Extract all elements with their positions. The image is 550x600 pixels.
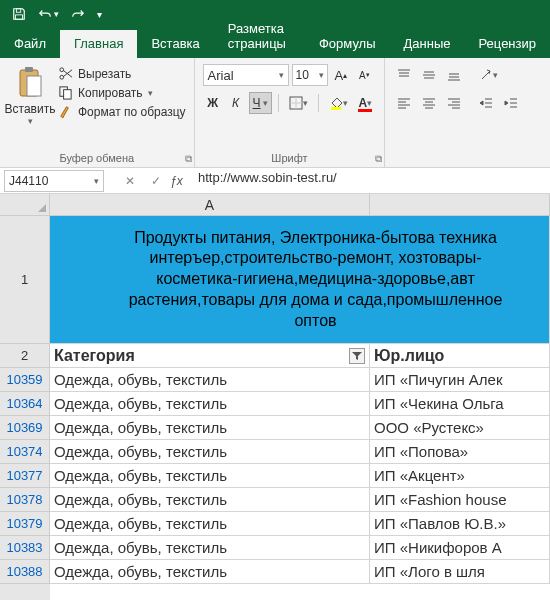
font-name-combo[interactable]: Arial▾ — [203, 64, 289, 86]
row-header[interactable]: 10379 — [0, 512, 50, 536]
group-clipboard-label: Буфер обмена — [8, 150, 186, 167]
fx-label[interactable]: ƒx — [170, 174, 192, 188]
row-header[interactable]: 10383 — [0, 536, 50, 560]
align-bottom-button[interactable] — [443, 64, 465, 86]
cell[interactable]: ИП «Попова» — [370, 440, 550, 464]
align-center-button[interactable] — [418, 92, 440, 114]
save-button[interactable] — [6, 5, 32, 23]
row-header[interactable]: 1 — [0, 216, 50, 344]
align-middle-button[interactable] — [418, 64, 440, 86]
cell[interactable]: ИП «Пичугин Алек — [370, 368, 550, 392]
font-color-button[interactable]: A▾ — [355, 92, 377, 114]
align-top-button[interactable] — [393, 64, 415, 86]
align-center-icon — [422, 96, 436, 110]
undo-button[interactable]: ▾ — [32, 5, 65, 23]
tab-layout[interactable]: Разметка страницы — [214, 15, 305, 58]
row-header[interactable]: 10364 — [0, 392, 50, 416]
tab-data[interactable]: Данные — [390, 30, 465, 58]
row-header[interactable]: 10378 — [0, 488, 50, 512]
clipboard-dialog-launcher[interactable]: ⧉ — [185, 153, 192, 165]
filter-button[interactable] — [349, 348, 365, 364]
fill-color-button[interactable]: ▾ — [325, 92, 352, 114]
bucket-icon — [329, 96, 343, 110]
customize-qat-button[interactable]: ▾ — [91, 7, 108, 22]
row-header[interactable]: 10377 — [0, 464, 50, 488]
row-header[interactable]: 2 — [0, 344, 50, 368]
cell[interactable]: ИП «Fashion house — [370, 488, 550, 512]
scissors-icon — [58, 66, 73, 81]
row-header[interactable]: 10369 — [0, 416, 50, 440]
tab-home[interactable]: Главная — [60, 30, 137, 58]
cells-area: A Продукты питания, Электроника-бытова т… — [50, 194, 550, 600]
cell[interactable]: Одежда, обувь, текстиль — [50, 560, 370, 584]
name-box-value: J44110 — [9, 174, 48, 188]
decrease-font-button[interactable]: A▾ — [354, 64, 374, 86]
paste-button[interactable]: Вставить ▾ — [8, 62, 52, 150]
cell[interactable]: Одежда, обувь, текстиль — [50, 392, 370, 416]
filter-icon — [352, 351, 362, 361]
cut-label: Вырезать — [78, 67, 131, 81]
orientation-button[interactable]: ▾ — [475, 64, 502, 86]
cell[interactable]: Одежда, обувь, текстиль — [50, 536, 370, 560]
bold-button[interactable]: Ж — [203, 92, 223, 114]
group-alignment-label — [393, 162, 522, 167]
name-box[interactable]: J44110▾ — [4, 170, 104, 192]
format-painter-button[interactable]: Формат по образцу — [58, 104, 186, 119]
indent-icon — [504, 96, 518, 110]
svg-point-5 — [60, 75, 64, 79]
svg-rect-10 — [331, 107, 341, 110]
select-all-button[interactable] — [0, 194, 50, 216]
col-b-header-cell[interactable]: Юр.лицо — [370, 344, 550, 368]
decrease-indent-button[interactable] — [475, 92, 497, 114]
tab-insert[interactable]: Вставка — [137, 30, 213, 58]
row-header[interactable]: 10359 — [0, 368, 50, 392]
cell[interactable]: ИП «Акцент» — [370, 464, 550, 488]
underline-button[interactable]: Ч▾ — [249, 92, 272, 114]
font-size-combo[interactable]: 10▾ — [292, 64, 328, 86]
formula-bar[interactable]: http://www.sobin-test.ru/ — [192, 170, 550, 192]
banner-cell[interactable]: Продукты питания, Электроника-бытова тех… — [50, 216, 550, 344]
column-header-b[interactable] — [370, 194, 550, 216]
tab-review[interactable]: Рецензир — [465, 30, 551, 58]
cell[interactable]: Одежда, обувь, текстиль — [50, 464, 370, 488]
align-right-button[interactable] — [443, 92, 465, 114]
tab-file[interactable]: Файл — [0, 30, 60, 58]
align-bottom-icon — [447, 68, 461, 82]
col-a-header-cell[interactable]: Категория — [50, 344, 370, 368]
row-header[interactable]: 10374 — [0, 440, 50, 464]
formula-bar-row: J44110▾ ✕ ✓ ƒx http://www.sobin-test.ru/ — [0, 168, 550, 194]
cell[interactable]: Одежда, обувь, текстиль — [50, 512, 370, 536]
outdent-icon — [479, 96, 493, 110]
italic-button[interactable]: К — [226, 92, 246, 114]
ribbon-tabs: Файл Главная Вставка Разметка страницы Ф… — [0, 28, 550, 58]
cell[interactable]: ИП «Павлов Ю.В.» — [370, 512, 550, 536]
increase-indent-button[interactable] — [500, 92, 522, 114]
column-header-a[interactable]: A — [50, 194, 370, 216]
copy-button[interactable]: Копировать▾ — [58, 85, 186, 100]
cell[interactable]: Одежда, обувь, текстиль — [50, 416, 370, 440]
group-font-label: Шрифт — [203, 150, 377, 167]
cell[interactable]: ООО «Рустекс» — [370, 416, 550, 440]
align-left-button[interactable] — [393, 92, 415, 114]
enter-formula-button[interactable]: ✓ — [144, 170, 168, 192]
ribbon: Вставить ▾ Вырезать Копировать▾ Формат п… — [0, 58, 550, 168]
align-right-icon — [447, 96, 461, 110]
cancel-formula-button[interactable]: ✕ — [118, 170, 142, 192]
svg-point-6 — [60, 68, 64, 72]
cut-button[interactable]: Вырезать — [58, 66, 186, 81]
cell[interactable]: ИП «Чекина Ольга — [370, 392, 550, 416]
cell[interactable]: Одежда, обувь, текстиль — [50, 488, 370, 512]
redo-button[interactable] — [65, 5, 91, 23]
borders-button[interactable]: ▾ — [285, 92, 312, 114]
save-icon — [12, 7, 26, 21]
cell[interactable]: Одежда, обувь, текстиль — [50, 440, 370, 464]
cell[interactable]: ИП «Лого в шля — [370, 560, 550, 584]
row-header[interactable]: 10388 — [0, 560, 50, 584]
cell[interactable]: ИП «Никифоров А — [370, 536, 550, 560]
increase-font-button[interactable]: A▴ — [331, 64, 352, 86]
cell[interactable]: Одежда, обувь, текстиль — [50, 368, 370, 392]
align-left-icon — [397, 96, 411, 110]
font-dialog-launcher[interactable]: ⧉ — [375, 153, 382, 165]
tab-formulas[interactable]: Формулы — [305, 30, 390, 58]
svg-rect-3 — [25, 67, 33, 72]
